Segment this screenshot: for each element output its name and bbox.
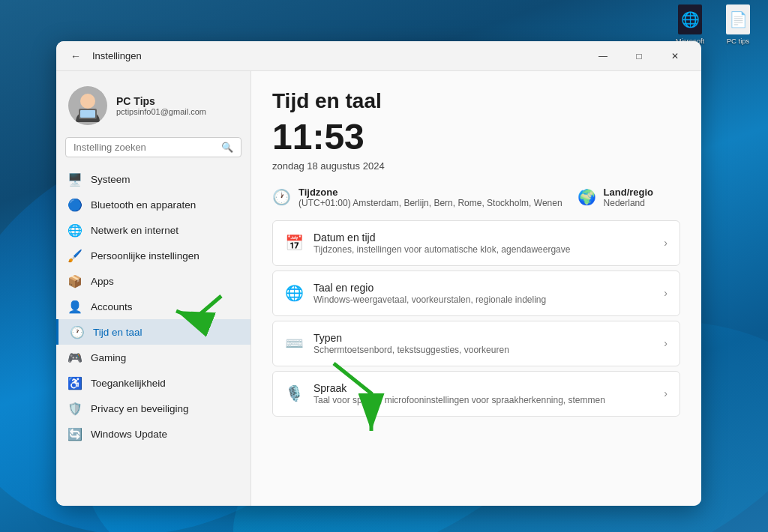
- info-card-land: 🌍 Land/regio Nederland: [578, 187, 653, 208]
- settings-row-title-taal-regio: Taal en regio: [314, 282, 653, 294]
- info-card-icon-tijdzone: 🕐: [272, 188, 291, 206]
- nav-label-apps: Apps: [91, 276, 114, 287]
- sidebar-item-toegankelijkheid[interactable]: ♿ Toegankelijkheid: [56, 370, 250, 396]
- avatar: [68, 86, 107, 125]
- settings-row-datum-tijd[interactable]: 📅 Datum en tijd Tijdzones, instellingen …: [272, 220, 680, 266]
- chevron-right-icon: ›: [664, 237, 668, 249]
- sidebar-item-netwerk[interactable]: 🌐 Netwerk en internet: [56, 217, 250, 243]
- info-card-title-land: Land/regio: [604, 187, 653, 198]
- settings-row-typen[interactable]: ⌨️ Typen Schermtoetsenbord, tekstsuggest…: [272, 321, 680, 366]
- info-card-text-tijdzone: Tijdzone (UTC+01:00) Amsterdam, Berlijn,…: [298, 187, 562, 208]
- info-cards: 🕐 Tijdzone (UTC+01:00) Amsterdam, Berlij…: [272, 187, 680, 208]
- svg-rect-3: [80, 110, 95, 118]
- settings-row-text-typen: Typen Schermtoetsenbord, tekstsuggesties…: [314, 332, 653, 355]
- chevron-right-icon: ›: [664, 387, 668, 399]
- nav-icon-systeem: 🖥️: [68, 172, 82, 186]
- nav-label-toegankelijkheid: Toegankelijkheid: [91, 378, 166, 389]
- nav-icon-privacy: 🛡️: [68, 402, 82, 415]
- main-content: Tijd en taal 11:53 zondag 18 augustus 20…: [251, 71, 701, 506]
- settings-row-text-spraak: Spraak Taal voor spraak, microfooninstel…: [314, 382, 653, 405]
- nav-icon-tijd: 🕐: [70, 325, 84, 339]
- search-box[interactable]: 🔍: [65, 137, 242, 157]
- svg-point-1: [80, 94, 95, 109]
- nav-icon-toegankelijkheid: ♿: [68, 376, 82, 390]
- nav-label-windows-update: Windows Update: [91, 429, 167, 440]
- user-profile[interactable]: PC Tips pctipsinfo01@gmail.com: [56, 80, 250, 137]
- settings-row-icon-taal-regio: 🌐: [285, 284, 303, 302]
- maximize-button[interactable]: □: [622, 44, 656, 68]
- nav-icon-apps: 📦: [68, 274, 82, 288]
- nav-label-privacy: Privacy en beveiliging: [91, 403, 189, 414]
- nav-label-persoonlijk: Persoonlijke instellingen: [91, 250, 200, 262]
- settings-row-icon-typen: ⌨️: [285, 334, 303, 352]
- nav-icon-gaming: 🎮: [68, 351, 82, 364]
- search-container: 🔍: [56, 137, 250, 166]
- window-controls: — □ ✕: [586, 44, 692, 68]
- settings-window: ← Instellingen — □ ✕: [56, 41, 701, 506]
- title-bar: ← Instellingen — □ ✕: [56, 41, 701, 71]
- back-button[interactable]: ←: [65, 46, 86, 67]
- page-date: zondag 18 augustus 2024: [272, 160, 680, 172]
- window-title: Instellingen: [92, 50, 142, 61]
- settings-rows: 📅 Datum en tijd Tijdzones, instellingen …: [272, 220, 680, 417]
- nav-icon-netwerk: 🌐: [68, 223, 82, 237]
- settings-row-text-datum-tijd: Datum en tijd Tijdzones, instellingen vo…: [314, 232, 653, 255]
- info-card-subtitle-tijdzone: (UTC+01:00) Amsterdam, Berlijn, Bern, Ro…: [298, 198, 562, 208]
- settings-row-subtitle-typen: Schermtoetsenbord, tekstsuggesties, voor…: [314, 345, 653, 355]
- nav-icon-persoonlijk: 🖌️: [68, 249, 82, 262]
- window-body: PC Tips pctipsinfo01@gmail.com 🔍 🖥️ Syst…: [56, 71, 701, 506]
- settings-row-taal-regio[interactable]: 🌐 Taal en regio Windows-weergavetaal, vo…: [272, 270, 680, 316]
- sidebar-item-systeem[interactable]: 🖥️ Systeem: [56, 166, 250, 192]
- settings-row-icon-datum-tijd: 📅: [285, 234, 303, 252]
- search-icon: 🔍: [221, 142, 233, 153]
- sidebar: PC Tips pctipsinfo01@gmail.com 🔍 🖥️ Syst…: [56, 71, 251, 506]
- close-button[interactable]: ✕: [658, 44, 692, 68]
- user-email: pctipsinfo01@gmail.com: [116, 107, 206, 116]
- nav-icon-accounts: 👤: [68, 300, 82, 313]
- settings-row-title-typen: Typen: [314, 332, 653, 344]
- settings-row-icon-spraak: 🎙️: [285, 384, 303, 402]
- file-icon[interactable]: 📄 PC tips: [714, 0, 762, 58]
- sidebar-item-bluetooth[interactable]: 🔵 Bluetooth en apparaten: [56, 192, 250, 217]
- settings-row-subtitle-taal-regio: Windows-weergavetaal, voorkeurstalen, re…: [314, 294, 653, 305]
- sidebar-item-persoonlijk[interactable]: 🖌️ Persoonlijke instellingen: [56, 243, 250, 268]
- nav-label-netwerk: Netwerk en internet: [91, 225, 178, 236]
- settings-row-spraak[interactable]: 🎙️ Spraak Taal voor spraak, microfoonins…: [272, 371, 680, 417]
- settings-row-subtitle-datum-tijd: Tijdzones, instellingen voor automatisch…: [314, 244, 653, 255]
- nav-label-gaming: Gaming: [91, 352, 126, 363]
- settings-row-subtitle-spraak: Taal voor spraak, microfooninstellingen …: [314, 395, 653, 405]
- info-card-tijdzone: 🕐 Tijdzone (UTC+01:00) Amsterdam, Berlij…: [272, 187, 562, 208]
- info-card-subtitle-land: Nederland: [604, 198, 653, 208]
- sidebar-item-windows-update[interactable]: 🔄 Windows Update: [56, 421, 250, 447]
- sidebar-item-apps[interactable]: 📦 Apps: [56, 268, 250, 294]
- search-input[interactable]: [74, 142, 215, 153]
- sidebar-item-gaming[interactable]: 🎮 Gaming: [56, 345, 250, 370]
- nav-label-tijd: Tijd en taal: [93, 327, 142, 338]
- settings-row-title-spraak: Spraak: [314, 382, 653, 394]
- nav-icon-windows-update: 🔄: [68, 427, 82, 441]
- nav-list: 🖥️ Systeem 🔵 Bluetooth en apparaten 🌐 Ne…: [56, 166, 250, 447]
- settings-row-text-taal-regio: Taal en regio Windows-weergavetaal, voor…: [314, 282, 653, 305]
- page-title: Tijd en taal: [272, 89, 680, 113]
- nav-label-accounts: Accounts: [91, 301, 133, 312]
- chevron-right-icon: ›: [664, 287, 668, 299]
- info-card-icon-land: 🌍: [578, 188, 596, 206]
- chevron-right-icon: ›: [664, 337, 668, 349]
- minimize-button[interactable]: —: [586, 44, 620, 68]
- nav-label-systeem: Systeem: [91, 174, 130, 185]
- info-card-title-tijdzone: Tijdzone: [298, 187, 562, 198]
- sidebar-item-tijd[interactable]: 🕐 Tijd en taal: [56, 319, 250, 345]
- user-info: PC Tips pctipsinfo01@gmail.com: [116, 95, 206, 116]
- nav-icon-bluetooth: 🔵: [68, 198, 82, 211]
- user-name: PC Tips: [116, 95, 206, 107]
- page-time: 11:53: [272, 118, 680, 157]
- sidebar-item-accounts[interactable]: 👤 Accounts: [56, 294, 250, 319]
- nav-label-bluetooth: Bluetooth en apparaten: [91, 199, 196, 211]
- settings-row-title-datum-tijd: Datum en tijd: [314, 232, 653, 244]
- info-card-text-land: Land/regio Nederland: [604, 187, 653, 208]
- sidebar-item-privacy[interactable]: 🛡️ Privacy en beveiliging: [56, 396, 250, 421]
